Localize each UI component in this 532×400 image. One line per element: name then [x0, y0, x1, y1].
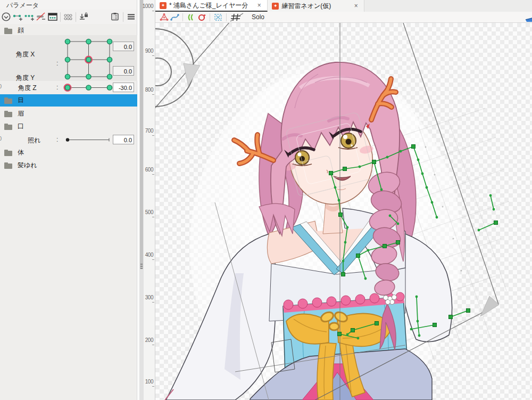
angle-z-label: 角度 Z — [18, 84, 37, 93]
blush-label: 照れ — [28, 136, 40, 145]
folder-icon — [4, 124, 12, 130]
scrollbar-thumb[interactable] — [140, 0, 143, 269]
ruler-label: 1000 — [143, 3, 153, 9]
folder-label: 口 — [18, 122, 24, 131]
folder-icon — [4, 150, 12, 156]
param-folder-eyes[interactable]: 目 — [0, 94, 137, 107]
blush-value[interactable] — [113, 135, 134, 144]
parameter-toolbar — [0, 10, 137, 24]
remove-keypoint-disabled-icon[interactable] — [35, 11, 47, 23]
angle-z-value[interactable] — [113, 83, 134, 92]
clipped-edge-glyph: 0 — [0, 135, 3, 142]
ruler-label: 200 — [145, 337, 153, 343]
toolbar-separator — [226, 13, 227, 21]
path-edit-icon[interactable] — [169, 12, 180, 22]
folder-label: 眉 — [18, 109, 24, 118]
folder-label: 目 — [18, 96, 24, 105]
ruler-label: 500 — [145, 209, 153, 215]
ruler-label: 600 — [145, 167, 153, 173]
scrollbar-grip — [140, 266, 143, 267]
ruler-label: 900 — [145, 48, 153, 54]
rotation-deformer-icon[interactable] — [196, 12, 207, 22]
warp-deformer-icon[interactable] — [186, 12, 196, 22]
onion-skin-partial-icon[interactable] — [523, 13, 532, 22]
live2d-model-icon: ✦ — [272, 3, 279, 10]
add-keypoint-2-icon[interactable] — [12, 11, 23, 23]
folder-icon — [4, 28, 12, 34]
live2d-cubism-window: パラメータ — [0, 0, 532, 400]
toolbar-separator — [60, 12, 61, 22]
keyform-editor-icon[interactable] — [47, 11, 59, 23]
toolbar-separator — [76, 12, 76, 22]
colon: : — [56, 60, 58, 67]
bounding-box-icon[interactable] — [213, 12, 223, 22]
toolbar-separator — [210, 13, 210, 21]
close-icon[interactable]: × — [352, 2, 360, 10]
folder-icon — [4, 162, 12, 169]
vertical-ruler: 1000 900 800 700 600 500 400 300 200 100 — [144, 0, 155, 400]
folder-label: 髪ゆれ — [18, 161, 37, 170]
doc-tab-label: 練習雷ネオン(仮) — [281, 2, 331, 11]
angle-y-value[interactable] — [113, 66, 134, 76]
duplicate-keys-icon[interactable] — [62, 11, 74, 23]
doc-tab-neon[interactable]: ✦ 練習雷ネオン(仮) × — [268, 0, 364, 12]
live2d-model-icon: ✦ — [160, 2, 167, 9]
angle-z-slider[interactable] — [62, 82, 114, 93]
artboard-corner-topleft — [155, 23, 240, 111]
scrollbar-grip — [140, 264, 143, 265]
folder-icon — [4, 111, 12, 117]
hamburger-menu-icon[interactable] — [125, 11, 137, 23]
param-folder-brows[interactable]: 眉 — [0, 108, 137, 120]
mesh-edit-icon[interactable] — [159, 12, 169, 22]
model-canvas[interactable] — [155, 23, 532, 400]
model-artwork — [155, 23, 532, 400]
clipped-edge-glyph: 0 — [0, 83, 3, 89]
folder-label: 顔 — [18, 26, 24, 35]
solo-label[interactable]: Solo — [252, 13, 264, 21]
ruler-label: 400 — [145, 252, 153, 258]
ruler-label: 100 — [145, 379, 153, 385]
document-tabbar: ✦ * 浦島さんご様_レイヤー分 × ✦ 練習雷ネオン(仮) × — [155, 0, 532, 12]
ruler-label: 800 — [145, 87, 153, 93]
slider-handle[interactable] — [66, 138, 69, 141]
toolbar-separator — [123, 12, 123, 22]
angle-x-value[interactable] — [113, 42, 134, 51]
param-folder-body[interactable]: 体 — [0, 146, 137, 159]
add-keypoint-3-icon[interactable] — [23, 11, 35, 23]
canvas-toolbar: Solo — [155, 12, 532, 23]
param-folder-hair-sway[interactable]: 髪ゆれ — [0, 159, 137, 172]
blush-slider[interactable] — [62, 134, 114, 145]
parameter-panel-tabbar: パラメータ — [0, 0, 137, 10]
param-blush: 0 照れ : — [0, 133, 137, 146]
grid-toggle-off-icon[interactable] — [229, 12, 244, 22]
close-icon[interactable]: × — [255, 2, 263, 9]
folder-icon — [4, 97, 12, 104]
toolbar-separator — [182, 13, 183, 21]
colon: : — [56, 136, 58, 143]
clipboard-copy-icon[interactable] — [110, 11, 121, 23]
collapse-chevron-circle-icon[interactable] — [0, 11, 12, 23]
param-folder-mouth[interactable]: 口 — [0, 120, 137, 133]
ruler-label: 300 — [145, 295, 153, 300]
parameter-panel: パラメータ — [0, 0, 137, 400]
scrollbar-grip — [140, 268, 143, 269]
colon: : — [56, 84, 58, 91]
ruler-label: 700 — [145, 128, 153, 134]
angle-x-label: 角度 X — [16, 50, 35, 59]
panel-scrollbar[interactable] — [139, 0, 144, 400]
artboard-corner-bottomright — [480, 296, 499, 316]
doc-tab-urashima[interactable]: ✦ * 浦島さんご様_レイヤー分 × — [155, 0, 268, 12]
param-angle-z: 0 角度 Z : — [0, 81, 137, 94]
angle-xy-grid-control[interactable] — [62, 37, 114, 80]
import-with-lock-icon[interactable] — [78, 11, 89, 23]
folder-label: 体 — [18, 148, 24, 157]
doc-tab-label: * 浦島さんご様_レイヤー分 — [169, 1, 248, 10]
main-area: ✦ * 浦島さんご様_レイヤー分 × ✦ 練習雷ネオン(仮) × — [155, 0, 532, 400]
param-angle-xy-block: 角度 X 角度 Y : — [0, 35, 137, 81]
